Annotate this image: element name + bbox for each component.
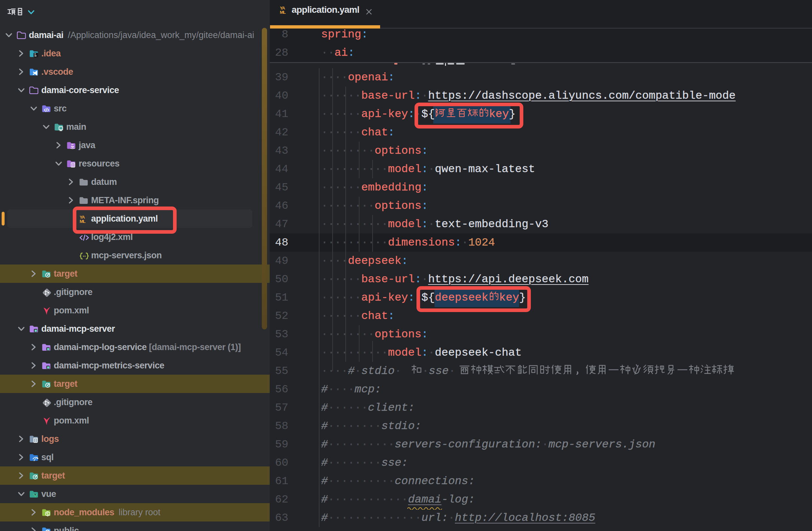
svg-text:ML: ML [280,10,286,15]
